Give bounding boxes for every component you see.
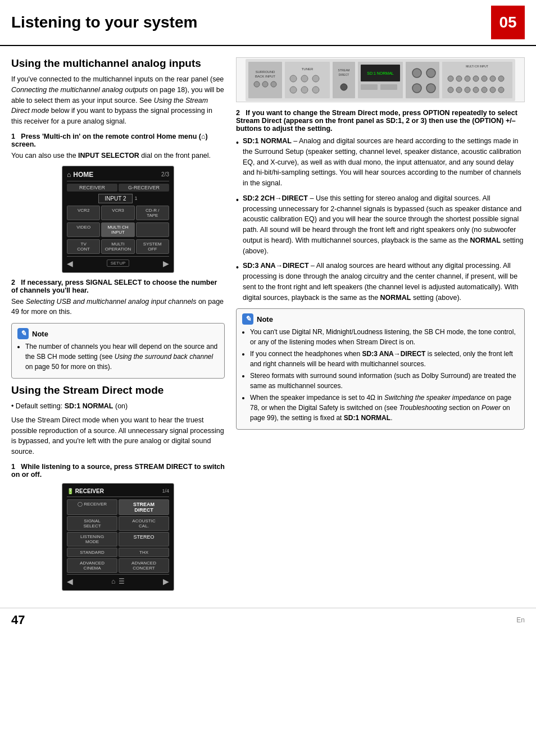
step1-heading: 1 Press 'Multi-ch in' on the remote cont… — [11, 133, 225, 148]
svg-point-18 — [340, 84, 347, 90]
recv-btn-standard[interactable]: STANDARD — [67, 548, 117, 557]
screen1-btn-row1: VCR2 VCR3 CD-R /TAPE — [67, 206, 169, 220]
recv-btn-stream-direct[interactable]: STREAMDIRECT — [119, 499, 169, 515]
screen1-btn-vcr2[interactable]: VCR2 — [67, 206, 100, 220]
screen1-btn-tvcont[interactable]: TVCONT — [67, 239, 100, 254]
recv-menu-icon: ☰ — [119, 577, 125, 585]
recv-row-signal: SIGNALSELECT ACOUSTICCAL. — [67, 516, 169, 531]
screen1-title: HOME — [73, 171, 93, 179]
screen1-btn-cdr[interactable]: CD-R /TAPE — [136, 206, 169, 220]
screen1-btn-vcr3[interactable]: VCR3 — [101, 206, 134, 220]
svg-rect-23 — [380, 84, 397, 90]
screen1-tab-receiver[interactable]: RECEIVER — [67, 184, 117, 192]
svg-point-40 — [465, 87, 470, 93]
bullet-label-sd2: SD:2 2CH→DIRECT — [243, 194, 308, 202]
svg-point-26 — [426, 69, 435, 78]
svg-point-12 — [290, 86, 297, 93]
screen1-arrow-right: ▶ — [163, 259, 169, 268]
recv-page: 1/4 — [162, 488, 169, 494]
recv-btn-acoustic-cal[interactable]: ACOUSTICCAL. — [119, 516, 169, 531]
svg-point-14 — [312, 86, 319, 93]
svg-point-33 — [465, 76, 470, 81]
receiver-screen-mockup: 🔋 RECEIVER 1/4 ◯ RECEIVER STREAMDIRECT S… — [62, 483, 174, 591]
svg-point-31 — [448, 76, 453, 81]
recv-header: 🔋 RECEIVER 1/4 — [67, 488, 169, 497]
note1-title: ✎ Note — [17, 328, 219, 339]
screen1-input-row: INPUT 2 1 — [67, 194, 169, 203]
bullet-content-1: SD:1 NORMAL – Analog and digital sources… — [243, 136, 525, 189]
recv-btn-receiver-circle: ◯ RECEIVER — [67, 499, 117, 515]
svg-text:BACK INPUT: BACK INPUT — [255, 75, 275, 78]
section1-title: Using the multichannel analog inputs — [11, 57, 225, 70]
screen1-btn-systemoff[interactable]: SYSTEMOFF — [136, 239, 169, 254]
note2-title: ✎ Note — [242, 313, 519, 325]
bullet-content-2: SD:2 2CH→DIRECT – Use this setting for s… — [243, 193, 525, 257]
recv-btn-listening-mode[interactable]: LISTENINGMODE — [67, 532, 117, 546]
svg-point-38 — [448, 87, 453, 93]
svg-text:TUNER: TUNER — [302, 67, 314, 71]
recv-btn-stereo[interactable]: STEREO — [119, 532, 169, 546]
recv-arrow-right: ▶ — [163, 577, 169, 586]
svg-text:MULTI CH INPUT: MULTI CH INPUT — [466, 65, 488, 68]
note1-label: Note — [32, 330, 48, 338]
svg-point-9 — [290, 75, 297, 82]
recv-row-advanced: ADVANCEDCINEMA ADVANCEDCONCERT — [67, 558, 169, 573]
recv-btn-adv-concert[interactable]: ADVANCEDCONCERT — [119, 558, 169, 573]
recv-home-icon: ⌂ — [111, 577, 115, 585]
recv-btn-signal-select[interactable]: SIGNALSELECT — [67, 516, 117, 531]
step2-body-left: See Selecting USB and multichannel analo… — [11, 297, 225, 318]
bullet-sd3: • SD:3 ANA→DIRECT – All analog sources a… — [236, 261, 525, 303]
screen1-num-indicator: 1 — [135, 195, 138, 201]
screen1-input-label: INPUT 2 — [98, 194, 132, 203]
screen1-btn-multich[interactable]: MULTI CHINPUT — [101, 222, 134, 237]
home-icon: ⌂ — [67, 171, 71, 179]
section-multichannel: Using the multichannel analog inputs If … — [11, 57, 225, 379]
screen1-bottom: ◀ SETUP ▶ — [67, 256, 169, 268]
main-content: Using the multichannel analog inputs If … — [0, 46, 536, 602]
screen1-btn-video[interactable]: VIDEO — [67, 222, 100, 237]
screen1-btn-multioperation[interactable]: MULTIOPERATION — [101, 239, 134, 254]
bullet-dot-1: • — [236, 137, 243, 189]
step1-body: You can also use the INPUT SELECTOR dial… — [11, 151, 225, 161]
note2-body: You can't use Digital NR, Midnight/Loudn… — [242, 327, 519, 423]
recv-bottom: ◀ ⌂ ☰ ▶ — [67, 574, 169, 586]
recv-btn-thx[interactable]: THX — [119, 548, 169, 557]
screen1-arrow-left: ◀ — [67, 259, 73, 268]
svg-text:DIRECT: DIRECT — [339, 73, 349, 76]
svg-point-43 — [490, 87, 496, 93]
recv-arrow-left: ◀ — [67, 577, 73, 586]
screen1-page: 2/3 — [161, 171, 169, 177]
left-column: Using the multichannel analog inputs If … — [11, 57, 225, 596]
step2-heading-left: 2 If necessary, press SIGNAL SELECT to c… — [11, 279, 225, 294]
chapter-badge: 05 — [491, 6, 525, 39]
screen1-setup-btn[interactable]: SETUP — [107, 259, 130, 267]
section2-body: Use the Stream Direct mode when you want… — [11, 415, 225, 457]
note1-body: The number of channels you hear will dep… — [17, 341, 219, 372]
screen1-btn-empty — [136, 222, 169, 237]
svg-point-34 — [473, 76, 479, 81]
svg-point-36 — [490, 76, 496, 81]
page-lang: En — [516, 616, 525, 624]
screen1-tab-greceiver[interactable]: G-RECEIVER — [119, 184, 169, 192]
recv-btn-adv-cinema[interactable]: ADVANCEDCINEMA — [67, 558, 117, 573]
svg-point-27 — [412, 84, 421, 93]
svg-point-44 — [498, 87, 504, 93]
svg-point-42 — [482, 87, 487, 93]
page-title: Listening to your system — [11, 13, 491, 31]
svg-point-37 — [498, 76, 504, 81]
recv-row-listening: LISTENINGMODE STEREO — [67, 532, 169, 546]
svg-text:SD:1 NORMAL: SD:1 NORMAL — [367, 71, 394, 75]
svg-point-5 — [262, 81, 268, 87]
note-icon-1: ✎ — [17, 328, 29, 339]
section-stream-direct: Using the Stream Direct mode • Default s… — [11, 384, 225, 591]
svg-text:STREAM: STREAM — [338, 69, 350, 72]
svg-text:SURROUND: SURROUND — [256, 70, 275, 74]
section2-step1-heading: 1 While listening to a source, press STR… — [11, 463, 225, 479]
svg-point-4 — [254, 81, 260, 87]
page-number: 47 — [11, 613, 25, 627]
right-column: SURROUND BACK INPUT TUNER STREAM DIRECT — [236, 57, 525, 596]
bullet-content-3: SD:3 ANA→DIRECT – All analog sources are… — [243, 261, 525, 303]
bullet-sd2: • SD:2 2CH→DIRECT – Use this setting for… — [236, 193, 525, 257]
svg-point-25 — [412, 69, 421, 78]
home-screen-mockup: ⌂ HOME 2/3 RECEIVER G-RECEIVER INPUT 2 1 — [62, 166, 174, 273]
